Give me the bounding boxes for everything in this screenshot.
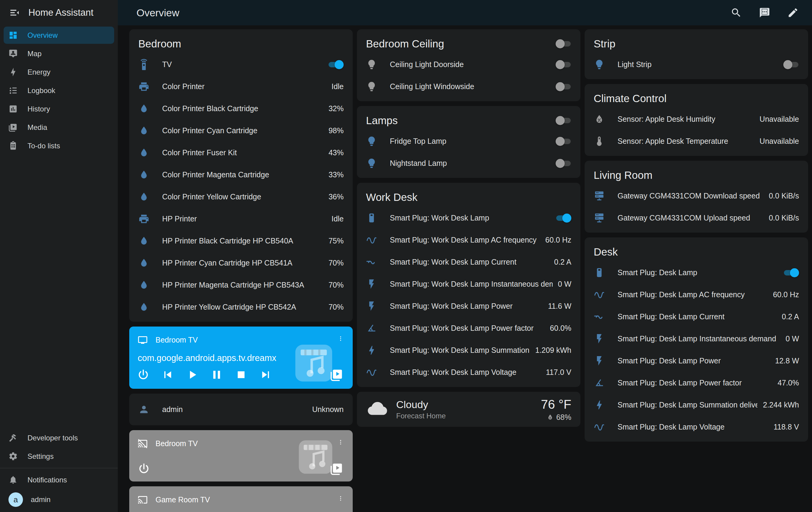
printer-icon [138,81,149,92]
entity-row[interactable]: Smart Plug: Desk Lamp [585,262,808,284]
entity-row[interactable]: Nightstand Lamp [357,152,580,174]
entity-row[interactable]: Smart Plug: Desk Lamp Power12.8 W [585,350,808,372]
edit-icon[interactable] [787,7,799,19]
entity-row[interactable]: HP Printer Black Cartridge HP CB540A75% [129,230,353,252]
entity-value: 11.6 W [548,302,571,311]
pause-button[interactable] [210,368,224,381]
media-player-name: Game Room TV [155,495,335,504]
card-header: Climate Control [585,84,808,108]
more-options-icon[interactable] [335,334,347,346]
entity-row[interactable]: Color Printer Black Cartridge32% [129,97,353,120]
skip-previous-button[interactable] [161,368,175,381]
toggle-on[interactable] [328,60,344,69]
menu-open-icon[interactable] [9,7,20,18]
toggle-off[interactable] [556,159,571,168]
entity-row[interactable]: Smart Plug: Work Desk Lamp Current0.2 A [357,251,580,273]
entities-card: BedroomTVColor PrinterIdleColor Printer … [129,29,353,322]
entity-row[interactable]: Color Printer Fuser Kit43% [129,142,353,164]
weather-humidity-value: 68% [556,413,571,422]
remote-icon [138,59,149,70]
entity-row[interactable]: Sensor: Apple Desk TemperatureUnavailabl… [585,130,808,152]
entity-label: HP Printer Yellow Cartridge HP CB542A [162,303,323,311]
entity-row[interactable]: Color Printer Yellow Cartridge36% [129,186,353,208]
entity-row[interactable]: Smart Plug: Desk Lamp Voltage118.8 V [585,416,808,438]
sidebar-item-logbook[interactable]: Logbook [4,82,114,99]
sidebar-item-label: Map [27,50,42,58]
entity-row[interactable]: Smart Plug: Work Desk Lamp Voltage117.0 … [357,361,580,383]
entity-row[interactable]: Color PrinterIdle [129,76,353,97]
entity-row[interactable]: Ceiling Light Doorside [357,54,580,76]
sidebar-item-media[interactable]: Media [4,119,114,136]
sidebar-footer-nav: Developer toolsSettings [0,429,118,465]
sidebar-item-developer-tools[interactable]: Developer tools [4,429,114,447]
media-player-name: Bedroom TV [155,336,335,344]
water-icon [138,235,149,247]
entity-row[interactable]: Smart Plug: Desk Lamp Instantaneous dema… [585,328,808,350]
entity-row[interactable]: Smart Plug: Work Desk Lamp AC frequency6… [357,229,580,251]
sidebar-item-overview[interactable]: Overview [4,27,114,44]
entity-row[interactable]: Color Printer Magenta Cartridge33% [129,164,353,186]
toggle-off[interactable] [556,137,571,146]
entity-value: 70% [328,303,344,311]
entity-row[interactable]: adminUnknown [129,398,353,421]
entity-row[interactable]: Smart Plug: Work Desk Lamp Power11.6 W [357,295,580,317]
toggle-off[interactable] [783,60,799,69]
water-percent-icon [594,114,605,125]
entity-label: Smart Plug: Work Desk Lamp Power factor [390,324,545,333]
toggle-off[interactable] [556,60,571,69]
power-button[interactable] [137,368,150,381]
toggle-off[interactable] [556,39,571,49]
entity-row[interactable]: HP Printer Magenta Cartridge HP CB543A70… [129,274,353,296]
entity-row[interactable]: Smart Plug: Work Desk Lamp Instantaneous… [357,273,580,295]
card-header: Bedroom Ceiling [357,29,580,54]
entity-row[interactable]: TV [129,54,353,76]
sidebar-profile[interactable]: a admin [4,490,114,510]
entity-row[interactable]: Gateway CGM4331COM Download speed0.0 KiB… [585,185,808,207]
entity-row[interactable]: Smart Plug: Desk Lamp AC frequency60.0 H… [585,284,808,306]
entity-row[interactable]: Smart Plug: Desk Lamp Summation delivere… [585,394,808,416]
topbar: Overview [118,0,812,25]
entity-row[interactable]: Fridge Top Lamp [357,130,580,152]
search-icon[interactable] [730,7,742,19]
entity-row[interactable]: Smart Plug: Work Desk Lamp Power factor6… [357,317,580,339]
entity-row[interactable]: Light Strip [585,54,808,76]
sidebar-item-history[interactable]: History [4,100,114,117]
sidebar-item-label: Media [27,123,47,132]
sidebar-item-energy[interactable]: Energy [4,63,114,81]
card-title: Bedroom [138,38,344,50]
entity-row[interactable]: HP Printer Cyan Cartridge HP CB541A70% [129,252,353,274]
entity-label: Smart Plug: Work Desk Lamp [390,214,556,222]
entity-row[interactable]: HP PrinterIdle [129,208,353,230]
sidebar-item-map[interactable]: Map [4,45,114,62]
entity-value: 0.0 KiB/s [769,214,799,222]
entity-row[interactable]: Sensor: Apple Desk HumidityUnavailable [585,108,808,130]
water-icon [138,257,149,268]
sidebar-item-notifications[interactable]: Notifications [4,471,114,488]
skip-next-button[interactable] [259,368,272,381]
entity-row[interactable]: Smart Plug: Desk Lamp Current0.2 A [585,306,808,328]
more-options-icon[interactable] [335,493,347,506]
more-options-icon[interactable] [335,437,347,450]
toggle-off[interactable] [556,116,571,125]
stop-button[interactable] [234,368,248,381]
toggle-on[interactable] [783,268,799,278]
toggle-off[interactable] [556,82,571,91]
entity-row[interactable]: Smart Plug: Work Desk Lamp [357,207,580,229]
entity-row[interactable]: HP Printer Yellow Cartridge HP CB542A70% [129,296,353,318]
play-button[interactable] [185,368,199,381]
assist-icon[interactable] [759,7,770,19]
entity-row[interactable]: Smart Plug: Desk Lamp Power factor47.0% [585,372,808,394]
bulb-icon [366,136,377,147]
entity-row[interactable]: Ceiling Light Windowside [357,76,580,97]
sidebar-item-settings[interactable]: Settings [4,448,114,465]
sidebar-item-to-do-lists[interactable]: To-do lists [4,137,114,154]
entity-value: 70% [328,281,344,289]
weather-card[interactable]: CloudyForecast Home76 °F68% [357,392,580,427]
entity-row[interactable]: Smart Plug: Work Desk Lamp Summation del… [357,339,580,361]
entity-row[interactable]: Gateway CGM4331COM Upload speed0.0 KiB/s [585,207,808,229]
entity-label: Gateway CGM4331COM Download speed [617,192,763,200]
entity-label: HP Printer [162,215,326,223]
power-button[interactable] [137,462,151,476]
entity-row[interactable]: Color Printer Cyan Cartridge98% [129,120,353,142]
toggle-on[interactable] [556,213,571,223]
